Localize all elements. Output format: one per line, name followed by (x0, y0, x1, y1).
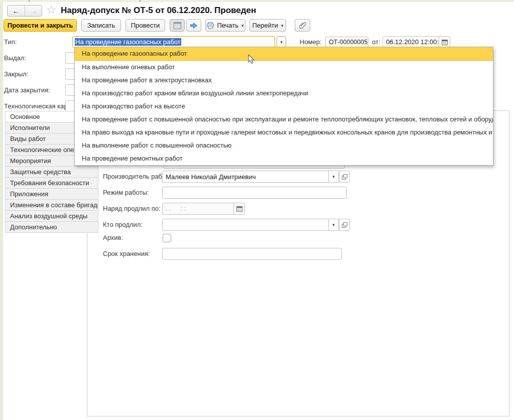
dropdown-item[interactable]: На право выхода на крановые пути и прохо… (75, 126, 493, 139)
producer-dropdown-button[interactable]: ▾ (328, 171, 339, 183)
window-edge-top (0, 0, 514, 2)
chevron-down-icon: ▾ (332, 174, 335, 179)
date-calendar-button[interactable] (439, 36, 450, 48)
type-dropdown-button[interactable]: ▾ (277, 36, 286, 48)
type-combobox[interactable]: На проведение газоопасных работ (72, 36, 275, 48)
extended-by-dropdown-button[interactable]: ▾ (328, 219, 339, 231)
issued-by-label: Выдал: (4, 52, 26, 64)
chevron-down-icon: ▾ (280, 40, 283, 45)
print-menu-button[interactable]: Печать ▾ (205, 19, 245, 32)
producer-label: Производитель работ: (103, 171, 171, 183)
back-icon: ← (12, 7, 20, 15)
extended-to-calendar-button[interactable] (233, 203, 245, 215)
window-tab-tick (140, 0, 141, 2)
blue-arrow-icon (190, 22, 198, 29)
close-date-label: Дата закрытия: (4, 84, 50, 96)
extended-by-label: Кто продлил: (103, 219, 143, 231)
attachments-button[interactable] (295, 19, 310, 32)
tab-brigade-changes[interactable]: Изменения в составе бригады (5, 199, 98, 211)
post-document-arrow-button[interactable] (186, 19, 201, 32)
chevron-down-icon: ▾ (241, 23, 244, 28)
work-mode-field[interactable] (162, 187, 347, 199)
favorite-star-button[interactable]: ☆ (46, 3, 57, 17)
retention-label: Срок хранения: (103, 248, 150, 260)
chevron-down-icon: ▾ (281, 23, 284, 28)
extended-to-field[interactable]: . . : : (162, 203, 234, 215)
dropdown-item[interactable]: На производство работ на высоте (75, 100, 493, 113)
forward-icon: → (30, 7, 37, 15)
dropdown-item[interactable]: На проведение работ в электроустановках (75, 74, 493, 87)
producer-open-button[interactable] (339, 171, 350, 183)
archive-checkbox[interactable] (163, 234, 171, 242)
tab-protective-equipment[interactable]: Защитные средства (5, 166, 98, 178)
dropdown-item[interactable]: На выполнение работ с повышенной опаснос… (75, 139, 493, 152)
printer-icon (207, 22, 214, 29)
dropdown-item[interactable]: На проведение газоопасных работ (75, 47, 493, 61)
dropdown-item[interactable]: На выполнение огневых работ (75, 61, 493, 74)
open-link-icon (342, 222, 347, 228)
window-edge-left (0, 0, 3, 420)
type-dropdown-list: На проведение газоопасных работ На выпол… (74, 47, 493, 166)
register-records-icon (174, 22, 181, 29)
tab-attachments[interactable]: Приложения (5, 188, 98, 200)
star-icon: ☆ (46, 3, 57, 16)
dropdown-item[interactable]: На производство работ краном вблизи возд… (75, 87, 493, 100)
window-tab-tick (29, 0, 30, 2)
work-mode-label: Режим работы: (103, 187, 149, 199)
producer-value: Малеев Николай Дмитриевич (166, 173, 256, 181)
back-button[interactable]: ← (8, 6, 25, 16)
post-and-close-label: Провести и закрыть (8, 22, 73, 29)
forward-button[interactable]: → (25, 6, 42, 16)
open-link-icon (342, 174, 347, 180)
post-label: Провести (131, 22, 160, 29)
goto-label: Перейти (252, 22, 278, 29)
extended-by-open-button[interactable] (339, 219, 350, 231)
mouse-cursor (248, 54, 255, 64)
closed-by-label: Закрыл: (4, 68, 29, 80)
chevron-down-icon: ▾ (332, 222, 335, 227)
tab-safety-requirements[interactable]: Требования безопасности (5, 177, 98, 189)
archive-label: Архив: (103, 232, 123, 244)
post-button[interactable]: Провести (125, 19, 165, 32)
producer-field[interactable]: Малеев Николай Дмитриевич (162, 171, 329, 183)
post-and-close-button[interactable]: Провести и закрыть (4, 19, 77, 32)
goto-menu-button[interactable]: Перейти ▾ (249, 19, 286, 32)
save-label: Записать (87, 22, 115, 29)
extended-to-placeholder: . . : : (166, 205, 186, 212)
print-label: Печать (217, 22, 238, 29)
show-movements-button[interactable] (170, 19, 185, 32)
extended-to-label: Наряд продлил по: (103, 203, 161, 215)
dropdown-item[interactable]: На проведение ремонтных работ (75, 152, 493, 165)
nav-button-group: ← → (7, 5, 42, 17)
calendar-icon (442, 39, 448, 45)
type-value-selected: На проведение газоопасных работ (75, 38, 181, 46)
calendar-icon (236, 206, 242, 212)
number-field[interactable]: ОТ-00000005 (325, 37, 368, 47)
tab-air-analysis[interactable]: Анализ воздушной среды (5, 210, 98, 222)
date-field[interactable]: 06.12.2020 12:00:00 (382, 36, 439, 48)
paperclip-icon (299, 22, 306, 29)
extended-by-field[interactable] (162, 219, 329, 231)
date-value: 06.12.2020 12:00:00 (386, 38, 439, 46)
retention-field[interactable] (162, 248, 342, 260)
page-title: Наряд-допуск № ОТ-5 от 06.12.2020. Прове… (61, 6, 256, 16)
dropdown-item[interactable]: На проведение работ с повышенной опаснос… (75, 113, 493, 126)
app-window: { "window": { "title": "Наряд-допуск № О… (0, 0, 514, 420)
type-label: Тип: (4, 36, 17, 48)
number-value: ОТ-00000005 (329, 39, 367, 46)
tab-additional[interactable]: Дополнительно (5, 221, 98, 233)
save-button[interactable]: Записать (81, 19, 121, 32)
